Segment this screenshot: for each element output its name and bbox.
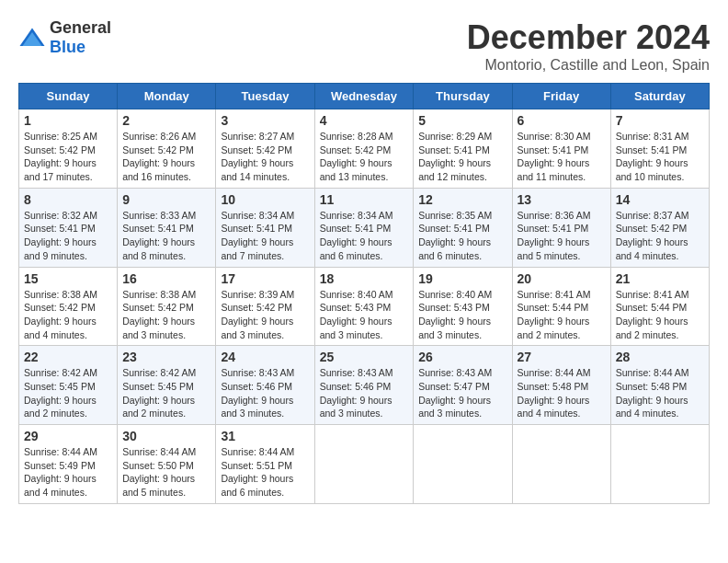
calendar-cell: 6Sunrise: 8:30 AM Sunset: 5:41 PM Daylig…	[512, 109, 610, 189]
calendar-cell: 12Sunrise: 8:35 AM Sunset: 5:41 PM Dayli…	[414, 188, 512, 267]
week-row-2: 8Sunrise: 8:32 AM Sunset: 5:41 PM Daylig…	[19, 188, 710, 267]
calendar-cell: 17Sunrise: 8:39 AM Sunset: 5:42 PM Dayli…	[216, 267, 314, 346]
cell-content: Sunrise: 8:27 AM Sunset: 5:42 PM Dayligh…	[221, 130, 309, 184]
logo-icon	[18, 27, 46, 49]
calendar-cell: 25Sunrise: 8:43 AM Sunset: 5:46 PM Dayli…	[314, 346, 414, 425]
date-number: 5	[418, 113, 506, 128]
calendar-cell	[512, 425, 610, 504]
cell-content: Sunrise: 8:40 AM Sunset: 5:43 PM Dayligh…	[320, 288, 409, 342]
cell-content: Sunrise: 8:38 AM Sunset: 5:42 PM Dayligh…	[24, 288, 112, 342]
date-number: 29	[24, 429, 112, 443]
calendar-cell: 11Sunrise: 8:34 AM Sunset: 5:41 PM Dayli…	[314, 188, 414, 267]
cell-content: Sunrise: 8:43 AM Sunset: 5:46 PM Dayligh…	[320, 366, 409, 420]
date-number: 1	[24, 113, 112, 128]
date-number: 19	[418, 271, 506, 286]
calendar-cell: 4Sunrise: 8:28 AM Sunset: 5:42 PM Daylig…	[314, 109, 414, 189]
date-number: 9	[122, 192, 210, 207]
cell-content: Sunrise: 8:32 AM Sunset: 5:41 PM Dayligh…	[24, 209, 112, 263]
date-number: 25	[320, 350, 409, 364]
cell-content: Sunrise: 8:44 AM Sunset: 5:50 PM Dayligh…	[122, 445, 210, 500]
date-number: 18	[320, 271, 409, 286]
date-number: 3	[221, 113, 309, 128]
date-number: 14	[616, 192, 704, 207]
calendar-cell: 13Sunrise: 8:36 AM Sunset: 5:41 PM Dayli…	[512, 188, 610, 267]
cell-content: Sunrise: 8:34 AM Sunset: 5:41 PM Dayligh…	[320, 209, 409, 263]
cell-content: Sunrise: 8:29 AM Sunset: 5:41 PM Dayligh…	[418, 130, 506, 184]
cell-content: Sunrise: 8:42 AM Sunset: 5:45 PM Dayligh…	[122, 366, 210, 420]
calendar-cell: 15Sunrise: 8:38 AM Sunset: 5:42 PM Dayli…	[19, 267, 118, 346]
calendar-cell	[610, 425, 709, 504]
date-number: 21	[616, 271, 704, 286]
date-number: 22	[24, 350, 112, 364]
calendar-cell: 18Sunrise: 8:40 AM Sunset: 5:43 PM Dayli…	[314, 267, 414, 346]
week-row-3: 15Sunrise: 8:38 AM Sunset: 5:42 PM Dayli…	[19, 267, 710, 346]
logo-text: General Blue	[50, 18, 111, 57]
date-number: 31	[221, 429, 309, 443]
col-thursday: Thursday	[414, 84, 512, 109]
date-number: 4	[320, 113, 409, 128]
date-number: 17	[221, 271, 309, 286]
cell-content: Sunrise: 8:33 AM Sunset: 5:41 PM Dayligh…	[122, 209, 210, 263]
logo: General Blue	[18, 18, 111, 57]
date-number: 8	[24, 192, 112, 207]
header: General Blue December 2024 Montorio, Cas…	[18, 18, 710, 74]
date-number: 27	[518, 350, 606, 364]
date-number: 16	[122, 271, 210, 286]
calendar-cell: 23Sunrise: 8:42 AM Sunset: 5:45 PM Dayli…	[118, 346, 216, 425]
date-number: 30	[122, 429, 210, 443]
date-number: 6	[518, 113, 606, 128]
col-tuesday: Tuesday	[216, 84, 314, 109]
week-row-5: 29Sunrise: 8:44 AM Sunset: 5:49 PM Dayli…	[19, 425, 710, 504]
calendar-cell: 3Sunrise: 8:27 AM Sunset: 5:42 PM Daylig…	[216, 109, 314, 189]
calendar-cell: 2Sunrise: 8:26 AM Sunset: 5:42 PM Daylig…	[118, 109, 216, 189]
cell-content: Sunrise: 8:35 AM Sunset: 5:41 PM Dayligh…	[418, 209, 506, 263]
cell-content: Sunrise: 8:28 AM Sunset: 5:42 PM Dayligh…	[320, 130, 409, 184]
cell-content: Sunrise: 8:39 AM Sunset: 5:42 PM Dayligh…	[221, 288, 309, 342]
date-number: 24	[221, 350, 309, 364]
calendar-cell: 21Sunrise: 8:41 AM Sunset: 5:44 PM Dayli…	[610, 267, 709, 346]
cell-content: Sunrise: 8:34 AM Sunset: 5:41 PM Dayligh…	[221, 209, 309, 263]
cell-content: Sunrise: 8:31 AM Sunset: 5:41 PM Dayligh…	[616, 130, 704, 184]
col-wednesday: Wednesday	[314, 84, 414, 109]
calendar-cell: 16Sunrise: 8:38 AM Sunset: 5:42 PM Dayli…	[118, 267, 216, 346]
date-number: 12	[418, 192, 506, 207]
calendar-cell: 24Sunrise: 8:43 AM Sunset: 5:46 PM Dayli…	[216, 346, 314, 425]
cell-content: Sunrise: 8:43 AM Sunset: 5:47 PM Dayligh…	[418, 366, 506, 420]
calendar-cell: 1Sunrise: 8:25 AM Sunset: 5:42 PM Daylig…	[19, 109, 118, 189]
date-number: 7	[616, 113, 704, 128]
title-area: December 2024 Montorio, Castille and Leo…	[467, 18, 710, 74]
cell-content: Sunrise: 8:38 AM Sunset: 5:42 PM Dayligh…	[122, 288, 210, 342]
date-number: 23	[122, 350, 210, 364]
calendar-cell: 27Sunrise: 8:44 AM Sunset: 5:48 PM Dayli…	[512, 346, 610, 425]
calendar-cell: 29Sunrise: 8:44 AM Sunset: 5:49 PM Dayli…	[19, 425, 118, 504]
col-monday: Monday	[118, 84, 216, 109]
cell-content: Sunrise: 8:36 AM Sunset: 5:41 PM Dayligh…	[518, 209, 606, 263]
cell-content: Sunrise: 8:44 AM Sunset: 5:49 PM Dayligh…	[24, 445, 112, 500]
calendar-cell	[314, 425, 414, 504]
calendar-table: Sunday Monday Tuesday Wednesday Thursday…	[18, 83, 710, 504]
week-row-4: 22Sunrise: 8:42 AM Sunset: 5:45 PM Dayli…	[19, 346, 710, 425]
date-number: 11	[320, 192, 409, 207]
calendar-cell: 7Sunrise: 8:31 AM Sunset: 5:41 PM Daylig…	[610, 109, 709, 189]
subtitle: Montorio, Castille and Leon, Spain	[467, 57, 710, 74]
calendar-cell: 19Sunrise: 8:40 AM Sunset: 5:43 PM Dayli…	[414, 267, 512, 346]
date-number: 13	[518, 192, 606, 207]
date-number: 15	[24, 271, 112, 286]
calendar-cell: 22Sunrise: 8:42 AM Sunset: 5:45 PM Dayli…	[19, 346, 118, 425]
calendar-cell: 5Sunrise: 8:29 AM Sunset: 5:41 PM Daylig…	[414, 109, 512, 189]
date-number: 26	[418, 350, 506, 364]
calendar-cell: 10Sunrise: 8:34 AM Sunset: 5:41 PM Dayli…	[216, 188, 314, 267]
header-row: Sunday Monday Tuesday Wednesday Thursday…	[19, 84, 710, 109]
date-number: 10	[221, 192, 309, 207]
date-number: 28	[616, 350, 704, 364]
date-number: 20	[518, 271, 606, 286]
col-sunday: Sunday	[19, 84, 118, 109]
cell-content: Sunrise: 8:30 AM Sunset: 5:41 PM Dayligh…	[518, 130, 606, 184]
main-title: December 2024	[467, 18, 710, 57]
col-friday: Friday	[512, 84, 610, 109]
cell-content: Sunrise: 8:44 AM Sunset: 5:51 PM Dayligh…	[221, 445, 309, 500]
cell-content: Sunrise: 8:26 AM Sunset: 5:42 PM Dayligh…	[122, 130, 210, 184]
col-saturday: Saturday	[610, 84, 709, 109]
calendar-cell: 20Sunrise: 8:41 AM Sunset: 5:44 PM Dayli…	[512, 267, 610, 346]
week-row-1: 1Sunrise: 8:25 AM Sunset: 5:42 PM Daylig…	[19, 109, 710, 189]
